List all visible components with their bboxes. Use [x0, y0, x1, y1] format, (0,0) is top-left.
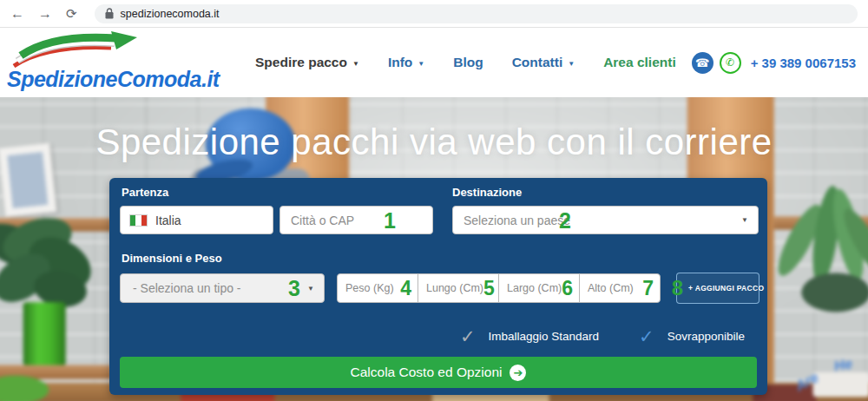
page: ← → ⟳ spedizionecomoda.it SpedizioneComo… [0, 0, 868, 401]
logo-swoosh-icon [10, 31, 141, 68]
nav-item-spedire-pacco[interactable]: Spedire pacco ▼ [255, 55, 359, 70]
nav-item-area-clienti[interactable]: Area clienti [603, 55, 676, 70]
step-badge-8: 8 [672, 278, 683, 299]
contact-block: ☎ ✆ + 39 389 0067153 [692, 52, 856, 74]
arrow-right-icon: ➔ [510, 365, 526, 381]
whatsapp-icon[interactable]: ✆ [720, 52, 741, 74]
back-icon[interactable]: ← [10, 7, 24, 21]
chevron-down-icon: ▼ [352, 60, 359, 68]
option-label: Imballaggio Standard [488, 330, 599, 343]
add-package-label: + AGGIUNGI PACCO [688, 284, 764, 293]
step-badge-3: 3 [288, 278, 300, 299]
dimensioni-label: Dimensioni e Peso [122, 252, 222, 265]
lock-icon [105, 8, 114, 19]
nav-label: Blog [453, 55, 483, 70]
fern-base [801, 273, 868, 312]
dimension-input-group: Peso (Kg) 4 Lungo (Cm) 5 Largo (Cm) 6 Al… [337, 273, 661, 303]
step-badge-4: 4 [400, 279, 411, 299]
step-badge-5: 5 [483, 279, 495, 299]
partenza-label: Partenza [122, 186, 168, 199]
option-imballaggio-standard[interactable]: ✓ Imballaggio Standard [460, 327, 599, 345]
nav-label: Spedire pacco [255, 55, 347, 70]
weight-placeholder: Peso (Kg) [345, 282, 394, 294]
options-row: ✓ Imballaggio Standard ✓ Sovrapponibile [460, 327, 745, 345]
option-label: Sovrapponibile [667, 330, 745, 343]
weight-input[interactable]: Peso (Kg) 4 [337, 273, 418, 303]
logo-text: SpedizioneComoda.it [7, 67, 220, 92]
nav-item-info[interactable]: Info ▼ [388, 55, 424, 70]
main-nav: Spedire pacco ▼ Info ▼ Blog Contatti ▼ A… [255, 55, 676, 70]
browser-chrome: ← → ⟳ spedizionecomoda.it [0, 0, 868, 28]
length-placeholder: Lungo (Cm) [426, 282, 483, 294]
check-icon: ✓ [460, 327, 476, 345]
height-placeholder: Alto (Cm) [588, 282, 634, 294]
chevron-down-icon: ▼ [307, 285, 314, 293]
phone-number[interactable]: + 39 389 0067153 [751, 56, 856, 70]
white-jar-right [813, 372, 868, 398]
nav-item-contatti[interactable]: Contatti ▼ [512, 55, 575, 70]
width-placeholder: Largo (Cm) [507, 282, 562, 294]
step-badge-2: 2 [559, 210, 571, 232]
origin-country-input[interactable] [120, 206, 273, 234]
destination-placeholder: Seleziona un paese [464, 214, 570, 227]
height-input[interactable]: Alto (Cm) 7 [579, 273, 661, 303]
nav-label: Info [388, 55, 412, 70]
destinazione-label: Destinazione [452, 186, 522, 199]
package-type-select[interactable]: - Seleziona un tipo - 3 ▼ [120, 273, 325, 303]
city-input[interactable]: 1 [279, 206, 433, 234]
step-badge-6: 6 [562, 279, 573, 299]
hero-section: Are He Spedizione pacchi via web con il … [0, 97, 868, 401]
nav-item-blog[interactable]: Blog [453, 55, 483, 70]
phone-icon[interactable]: ☎ [692, 52, 713, 74]
add-package-button[interactable]: 8 + AGGIUNGI PACCO [676, 273, 760, 304]
chevron-down-icon: ▼ [741, 216, 748, 224]
chevron-down-icon: ▼ [568, 60, 575, 68]
step-badge-7: 7 [642, 279, 654, 299]
check-icon: ✓ [639, 327, 654, 345]
width-input[interactable]: Largo (Cm) 6 [498, 273, 580, 303]
chevron-down-icon: ▼ [418, 60, 424, 68]
plant-vase [23, 302, 66, 365]
calculate-label: Calcola Costo ed Opzioni [351, 365, 503, 380]
destination-select[interactable]: Seleziona un paese 2 ▼ [452, 206, 759, 234]
calculate-button[interactable]: Calcola Costo ed Opzioni ➔ [120, 357, 757, 388]
nav-label: Area clienti [603, 55, 676, 70]
step-badge-1: 1 [384, 210, 396, 232]
shipping-form-card: Partenza 1 Destinazione Seleziona un pae… [109, 178, 767, 395]
city-field[interactable] [280, 207, 432, 233]
package-type-placeholder: - Seleziona un tipo - [133, 281, 241, 295]
site-header: SpedizioneComoda.it Spedire pacco ▼ Info… [0, 28, 868, 97]
nav-label: Contatti [512, 55, 563, 70]
option-sovrapponibile[interactable]: ✓ Sovrapponibile [639, 327, 745, 345]
reload-icon[interactable]: ⟳ [66, 7, 77, 20]
italy-flag-icon [129, 214, 148, 227]
length-input[interactable]: Lungo (Cm) 5 [418, 273, 499, 303]
url-text: spedizionecomoda.it [121, 8, 220, 20]
wall-script-text: He [833, 356, 854, 375]
forward-icon[interactable]: → [38, 7, 52, 21]
logo[interactable]: SpedizioneComoda.it [7, 31, 222, 94]
address-bar[interactable]: spedizionecomoda.it [95, 4, 858, 23]
hero-title: Spedizione pacchi via web con il corrier… [0, 122, 868, 163]
